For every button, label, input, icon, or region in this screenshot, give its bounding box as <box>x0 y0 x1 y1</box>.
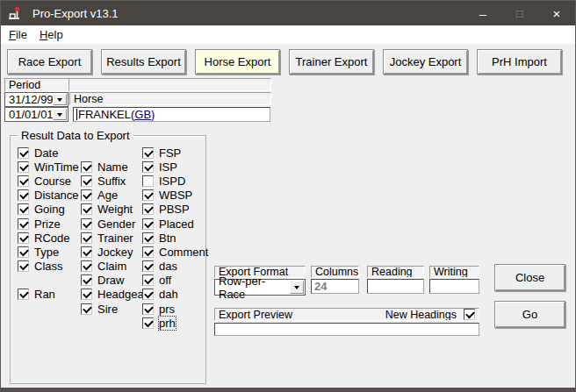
checkbox-item-date[interactable]: Date <box>18 146 81 160</box>
checkbox-course[interactable] <box>18 175 29 187</box>
checkbox-item-pbsp[interactable]: PBSP <box>142 203 211 217</box>
horse-name-text: FRANKEL( <box>78 108 134 121</box>
checkbox-prize[interactable] <box>18 218 29 230</box>
checkbox-item-age[interactable]: Age <box>81 189 142 203</box>
checkbox-item-jockey[interactable]: Jockey <box>81 245 142 259</box>
dropdown-arrow-icon[interactable] <box>290 281 304 294</box>
checkbox-item-comment[interactable]: Comment <box>142 245 211 259</box>
checkbox-ran[interactable] <box>18 289 29 300</box>
checkbox-gender[interactable] <box>81 218 92 230</box>
checkbox-rcode[interactable] <box>18 232 29 244</box>
trainer-export-button[interactable]: Trainer Export <box>289 49 374 75</box>
period-from-dropdown[interactable]: 31/12/99 <box>4 92 68 107</box>
checkbox-item-ispd[interactable]: ISPD <box>142 174 211 188</box>
close-button[interactable]: Close <box>494 264 565 291</box>
checkbox-label-trainer: Trainer <box>97 232 133 245</box>
checkbox-item-weight[interactable]: Weight <box>81 203 142 217</box>
checkbox-sire[interactable] <box>81 303 92 315</box>
checkbox-item-off[interactable]: off <box>142 274 211 288</box>
checkbox-label-suffix: Suffix <box>97 175 126 188</box>
checkbox-item-wintime[interactable]: WinTime <box>18 160 81 174</box>
checkbox-item-prh[interactable]: prh <box>142 316 211 330</box>
jockey-export-button[interactable]: Jockey Export <box>383 49 468 75</box>
checkbox-weight[interactable] <box>81 203 92 215</box>
minimize-icon[interactable]: – <box>464 1 501 25</box>
race-export-button[interactable]: Race Export <box>7 49 92 75</box>
checkbox-item-gender[interactable]: Gender <box>81 217 142 231</box>
checkbox-item-ran[interactable]: Ran <box>18 288 81 302</box>
horse-export-button[interactable]: Horse Export <box>195 49 280 75</box>
dropdown-arrow-icon[interactable] <box>53 109 67 120</box>
checkbox-isp[interactable] <box>142 161 154 173</box>
checkbox-item-trainer[interactable]: Trainer <box>81 231 142 245</box>
checkbox-item-das[interactable]: das <box>142 260 211 274</box>
checkbox-das[interactable] <box>142 260 154 272</box>
checkbox-item-type[interactable]: Type <box>18 245 81 259</box>
checkbox-dah[interactable] <box>142 289 154 300</box>
maximize-icon[interactable]: □ <box>501 1 538 25</box>
columns-input[interactable]: 24 <box>311 279 359 294</box>
checkbox-item-fsp[interactable]: FSP <box>142 146 211 160</box>
reading-input[interactable] <box>367 279 424 294</box>
checkbox-off[interactable] <box>142 274 154 286</box>
checkbox-item-course[interactable]: Course <box>18 174 81 188</box>
menu-file[interactable]: File <box>3 26 33 43</box>
checkbox-item-dah[interactable]: dah <box>142 288 211 302</box>
checkbox-age[interactable] <box>81 189 92 201</box>
checkbox-claim[interactable] <box>81 260 92 272</box>
close-icon[interactable]: × <box>538 1 575 25</box>
checkbox-pbsp[interactable] <box>142 203 154 215</box>
checkbox-item-sire[interactable]: Sire <box>81 302 142 316</box>
checkbox-prs[interactable] <box>142 303 154 315</box>
checkbox-date[interactable] <box>18 147 29 159</box>
checkbox-item-claim[interactable]: Claim <box>81 260 142 274</box>
export-preview-input[interactable] <box>214 323 479 336</box>
checkbox-item-rcode[interactable]: RCode <box>18 231 81 245</box>
checkbox-wintime[interactable] <box>18 161 29 173</box>
checkbox-name[interactable] <box>81 161 92 173</box>
go-button[interactable]: Go <box>494 301 565 328</box>
checkbox-suffix[interactable] <box>81 175 92 187</box>
checkbox-item-class[interactable]: Class <box>18 260 81 274</box>
checkbox-ispd[interactable] <box>142 175 154 187</box>
export-format-dropdown[interactable]: Row-per-Race <box>214 279 306 296</box>
checkbox-label-weight: Weight <box>97 203 133 216</box>
export-preview-label: Export Preview <box>219 309 292 321</box>
period-to-dropdown[interactable]: 01/01/01 <box>4 107 68 122</box>
horse-input[interactable]: FRANKEL( GB ) <box>73 107 270 122</box>
checkbox-btn[interactable] <box>142 232 154 244</box>
checkbox-label-jockey: Jockey <box>97 246 133 259</box>
checkbox-item-isp[interactable]: ISP <box>142 160 211 174</box>
checkbox-placed[interactable] <box>142 218 154 230</box>
checkbox-type[interactable] <box>18 246 29 258</box>
checkbox-trainer[interactable] <box>81 232 92 244</box>
checkbox-item-going[interactable]: Going <box>18 203 81 217</box>
checkbox-item-wbsp[interactable]: WBSP <box>142 189 211 203</box>
checkbox-item-draw[interactable]: Draw <box>81 274 142 288</box>
results-export-button[interactable]: Results Export <box>101 49 186 75</box>
menu-help[interactable]: Help <box>33 26 69 43</box>
new-headings-checkbox[interactable] <box>464 309 475 320</box>
checkbox-item-btn[interactable]: Btn <box>142 231 211 245</box>
checkbox-wbsp[interactable] <box>142 189 154 201</box>
checkbox-draw[interactable] <box>81 274 92 286</box>
checkbox-item-name[interactable]: Name <box>81 160 142 174</box>
window-controls: – □ × <box>464 1 575 25</box>
checkbox-item-prize[interactable]: Prize <box>18 217 81 231</box>
checkbox-item-suffix[interactable]: Suffix <box>81 174 142 188</box>
writing-input[interactable] <box>429 279 479 294</box>
checkbox-item-distance[interactable]: Distance <box>18 189 81 203</box>
checkbox-prh[interactable] <box>142 317 154 329</box>
checkbox-distance[interactable] <box>18 189 29 201</box>
checkbox-item-prs[interactable]: prs <box>142 302 211 316</box>
dropdown-arrow-icon[interactable] <box>53 94 67 105</box>
checkbox-going[interactable] <box>18 203 29 215</box>
checkbox-fsp[interactable] <box>142 147 154 159</box>
checkbox-item-placed[interactable]: Placed <box>142 217 211 231</box>
checkbox-comment[interactable] <box>142 246 154 258</box>
checkbox-item-headgear[interactable]: Headgear <box>81 288 142 302</box>
prh-import-button[interactable]: PrH Import <box>477 49 562 75</box>
checkbox-headgear[interactable] <box>81 289 92 300</box>
checkbox-jockey[interactable] <box>81 246 92 258</box>
checkbox-class[interactable] <box>18 260 29 272</box>
